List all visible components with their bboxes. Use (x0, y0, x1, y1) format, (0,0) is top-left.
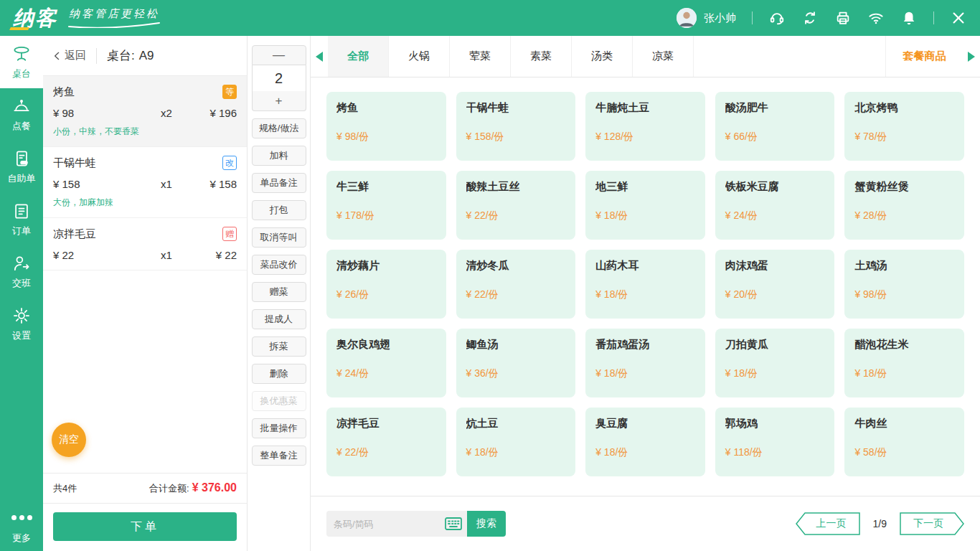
menu-item-card[interactable]: 奥尔良鸡翅 ¥ 24/份 (326, 329, 446, 397)
next-page-button[interactable]: 下一页 (900, 512, 964, 535)
menu-item-card[interactable]: 土鸡汤 ¥ 98/份 (844, 250, 964, 319)
order-item[interactable]: 凉拌毛豆 赠 ¥ 22 x1 ¥ 22 (43, 218, 247, 270)
close-window-icon[interactable] (950, 9, 967, 27)
quantity-decrease-button[interactable]: — (252, 45, 306, 65)
category-tab[interactable]: 全部 (328, 36, 389, 77)
nav-item-orders[interactable]: 订单 (0, 193, 43, 245)
menu-item-price: ¥ 22/份 (466, 209, 566, 222)
back-button[interactable]: 返回 (52, 49, 86, 62)
menu-item-card[interactable]: 刀拍黄瓜 ¥ 18/份 (715, 329, 835, 397)
menu-item-card[interactable]: 烤鱼 ¥ 98/份 (326, 92, 446, 161)
order-item-note: 大份，加麻加辣 (53, 197, 237, 209)
action-button[interactable]: 取消等叫 (252, 227, 306, 248)
category-tab[interactable]: 凉菜 (633, 36, 694, 77)
menu-item-card[interactable]: 牛三鲜 ¥ 178/份 (326, 171, 446, 240)
action-button[interactable]: 赠菜 (252, 282, 306, 302)
action-button[interactable]: 批量操作 (252, 418, 306, 438)
action-button[interactable]: 单品备注 (252, 173, 306, 193)
clear-order-button[interactable]: 清空 (52, 423, 86, 457)
bell-icon[interactable] (900, 9, 918, 27)
menu-item-card[interactable]: 牛腩炖土豆 ¥ 128/份 (585, 92, 705, 161)
menu-item-card[interactable]: 酸汤肥牛 ¥ 66/份 (715, 92, 835, 161)
category-tab[interactable]: 汤类 (572, 36, 633, 77)
menu-item-card[interactable]: 酸辣土豆丝 ¥ 22/份 (456, 171, 576, 240)
combo-products-tab[interactable]: 套餐商品 (885, 36, 963, 77)
more-dots-icon (11, 508, 32, 528)
menu-item-card[interactable]: 山药木耳 ¥ 18/份 (585, 250, 705, 319)
quantity-increase-button[interactable]: + (252, 91, 306, 111)
menu-item-price: ¥ 18/份 (725, 367, 825, 380)
action-button[interactable]: 打包 (252, 200, 306, 220)
triangle-right-icon (968, 52, 975, 62)
search-button[interactable]: 搜索 (467, 511, 506, 537)
menu-item-card[interactable]: 番茄鸡蛋汤 ¥ 18/份 (585, 329, 705, 397)
nav-item-order-food[interactable]: 点餐 (0, 88, 43, 141)
customer-service-icon[interactable] (768, 9, 786, 27)
menu-item-card[interactable]: 清炒冬瓜 ¥ 22/份 (456, 250, 576, 319)
back-button-label: 返回 (65, 49, 86, 62)
cloud-sync-icon[interactable] (801, 9, 819, 27)
category-tab[interactable]: 荤菜 (450, 36, 511, 77)
wait-badge: 等 (222, 85, 237, 99)
menu-item-price: ¥ 28/份 (854, 209, 954, 222)
menu-item-name: 烤鱼 (336, 101, 436, 115)
order-panel: 返回 桌台: A9 烤鱼 等 ¥ 98 x2 ¥ 196 (43, 36, 248, 551)
order-total-row: 共4件 合计金额: ¥ 376.00 (43, 473, 247, 503)
nav-item-self-order[interactable]: 自助单 (0, 141, 43, 193)
menu-item-card[interactable]: 北京烤鸭 ¥ 78/份 (844, 92, 964, 161)
menu-item-card[interactable]: 醋泡花生米 ¥ 18/份 (844, 329, 964, 397)
wifi-icon[interactable] (867, 9, 885, 27)
order-item[interactable]: 干锅牛蛙 改 ¥ 158 x1 ¥ 158 大份，加麻加辣 (43, 147, 247, 218)
action-button[interactable]: 加料 (252, 146, 306, 166)
menu-item-name: 牛腩炖土豆 (595, 101, 695, 115)
total-amount-group: 合计金额: ¥ 376.00 (149, 481, 237, 495)
menu-item-card[interactable]: 清炒藕片 ¥ 26/份 (326, 250, 446, 319)
topbar-right: 张小帅 (677, 8, 967, 28)
menu-item-price: ¥ 98/份 (854, 288, 954, 301)
category-tab[interactable]: 素菜 (511, 36, 572, 77)
user-name[interactable]: 张小帅 (704, 11, 736, 25)
menu-item-card[interactable]: 地三鲜 ¥ 18/份 (585, 171, 705, 240)
menu-item-card[interactable]: 鲫鱼汤 ¥ 36/份 (456, 329, 576, 397)
printer-icon[interactable] (834, 9, 852, 27)
category-tab[interactable]: 火锅 (389, 36, 450, 77)
action-button[interactable]: 菜品改价 (252, 255, 306, 275)
menu-item-name: 山药木耳 (595, 259, 695, 273)
menu-item-card[interactable]: 牛肉丝 ¥ 58/份 (844, 408, 964, 476)
menu-item-price: ¥ 18/份 (595, 288, 695, 301)
menu-item-price: ¥ 178/份 (336, 209, 436, 222)
menu-item-card[interactable]: 干锅牛蛙 ¥ 158/份 (456, 92, 576, 161)
order-item[interactable]: 烤鱼 等 ¥ 98 x2 ¥ 196 小份，中辣，不要香菜 (43, 76, 247, 147)
avatar[interactable] (677, 8, 697, 28)
nav-item-settings[interactable]: 设置 (0, 298, 43, 350)
menu-item-card[interactable]: 郭场鸡 ¥ 118/份 (715, 408, 835, 476)
barcode-search-input[interactable] (326, 511, 440, 537)
shift-change-icon (11, 253, 32, 273)
menu-item-card[interactable]: 炕土豆 ¥ 18/份 (456, 408, 576, 476)
menu-item-card[interactable]: 肉沫鸡蛋 ¥ 20/份 (715, 250, 835, 319)
action-button[interactable]: 提成人 (252, 309, 306, 329)
action-button[interactable]: 整单备注 (252, 446, 306, 466)
menu-item-card[interactable]: 蟹黄粉丝煲 ¥ 28/份 (844, 171, 964, 240)
menu-item-price: ¥ 20/份 (725, 288, 825, 301)
nav-item-more[interactable]: 更多 (0, 501, 43, 551)
action-button[interactable]: 拆菜 (252, 336, 306, 357)
nav-item-shift-change[interactable]: 交班 (0, 245, 43, 298)
menu-item-card[interactable]: 凉拌毛豆 ¥ 22/份 (326, 408, 446, 476)
action-button[interactable]: 换优惠菜 (252, 391, 306, 411)
place-order-button[interactable]: 下单 (53, 512, 237, 541)
menu-item-name: 凉拌毛豆 (336, 417, 436, 430)
menu-item-name: 醋泡花生米 (854, 338, 954, 352)
menu-item-card[interactable]: 铁板米豆腐 ¥ 24/份 (715, 171, 835, 240)
action-button[interactable]: 规格/做法 (252, 118, 306, 138)
menu-item-card[interactable]: 臭豆腐 ¥ 18/份 (585, 408, 705, 476)
tabs-scroll-left-button[interactable] (311, 36, 328, 77)
order-item-name: 干锅牛蛙 (53, 156, 96, 170)
tabs-scroll-right-button[interactable] (963, 36, 980, 77)
prev-page-button[interactable]: 上一页 (796, 512, 860, 535)
order-item-price: ¥ 98 (53, 107, 146, 119)
nav-item-tables[interactable]: 桌台 (0, 36, 43, 88)
keyboard-icon[interactable] (440, 517, 467, 530)
nav-item-label: 桌台 (12, 67, 31, 80)
action-button[interactable]: 删除 (252, 364, 306, 384)
